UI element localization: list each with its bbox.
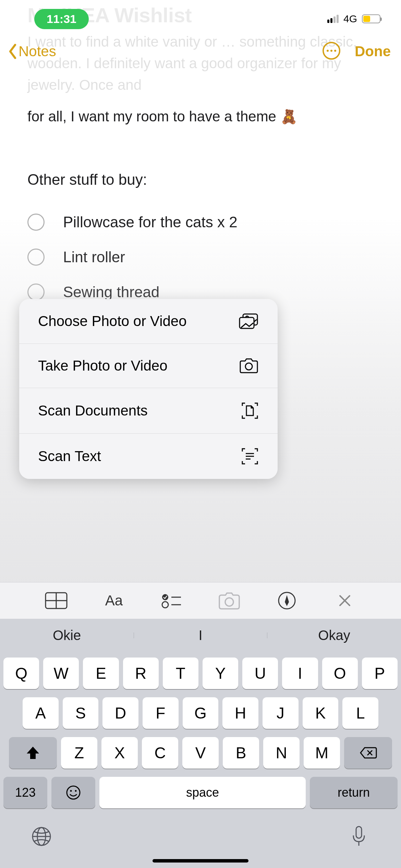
globe-icon [31,826,52,847]
key-backspace[interactable] [344,737,392,769]
network-label: 4G [343,13,357,25]
key-w[interactable]: W [43,658,79,689]
done-button[interactable]: Done [355,43,391,60]
chevron-left-icon [7,43,19,60]
checklist-button[interactable] [158,587,185,614]
format-toolbar: Aa [0,582,401,619]
shift-icon [25,745,40,760]
svg-point-3 [334,50,336,52]
key-j[interactable]: J [263,697,299,729]
key-a[interactable]: A [23,697,59,729]
svg-point-16 [162,602,168,608]
camera-action-sheet: Choose Photo or Video Take Photo or Vide… [19,299,278,479]
table-button[interactable] [42,587,70,614]
key-e[interactable]: E [83,658,119,689]
checkbox-icon[interactable] [27,249,45,266]
globe-button[interactable] [31,826,52,848]
svg-point-25 [70,790,72,792]
home-indicator[interactable] [153,859,248,863]
key-o[interactable]: O [322,658,358,689]
checklist-icon [161,592,182,609]
keyboard-row: Q W E R T Y U I O P [3,658,398,689]
key-l[interactable]: L [342,697,378,729]
ellipsis-circle-icon [322,41,341,60]
key-m[interactable]: M [304,737,340,769]
markup-button[interactable] [273,587,301,614]
checklist-label[interactable]: Pillowcase for the cats x 2 [63,211,238,233]
section-header[interactable]: Other stuff to buy: [27,168,374,191]
mic-icon [351,825,367,848]
status-time-pill[interactable]: 11:31 [34,9,89,29]
keyboard-area: Aa Okie I Okay [0,582,401,868]
key-u[interactable]: U [242,658,278,689]
key-s[interactable]: S [63,697,99,729]
key-h[interactable]: H [222,697,258,729]
key-y[interactable]: Y [203,658,238,689]
status-bar: 11:31 4G [0,0,401,38]
back-button[interactable]: Notes [7,43,56,60]
back-label: Notes [19,43,56,60]
pen-circle-icon [277,591,296,610]
close-toolbar-button[interactable] [331,587,359,614]
svg-point-7 [245,363,252,370]
suggestion-left[interactable]: Okie [0,628,134,643]
keyboard-row: A S D F G H J K L [3,697,398,729]
document-scan-icon [241,402,259,420]
camera-button[interactable] [216,587,243,614]
note-paragraph[interactable]: for all, I want my room to have a theme … [27,106,374,127]
note-body[interactable]: for all, I want my room to have a theme … [0,106,401,310]
key-t[interactable]: T [163,658,198,689]
key-g[interactable]: G [183,697,219,729]
text-format-button[interactable]: Aa [100,587,127,614]
checklist-item[interactable]: Pillowcase for the cats x 2 [27,205,374,240]
more-button[interactable] [322,41,341,62]
key-shift[interactable] [9,737,57,769]
key-emoji[interactable] [51,777,95,808]
choose-photo-label: Choose Photo or Video [38,313,187,329]
key-f[interactable]: F [143,697,179,729]
checkbox-icon[interactable] [27,284,45,301]
key-space[interactable]: space [99,777,306,808]
key-c[interactable]: C [142,737,178,769]
choose-photo-button[interactable]: Choose Photo or Video [19,299,278,343]
gallery-icon [238,313,259,330]
take-photo-label: Take Photo or Video [38,358,168,374]
key-k[interactable]: K [303,697,339,729]
svg-point-2 [330,50,332,52]
key-v[interactable]: V [182,737,219,769]
key-p[interactable]: P [362,658,398,689]
camera-icon [217,591,241,610]
take-photo-button[interactable]: Take Photo or Video [19,343,278,388]
teddy-emoji: 🧸 [280,109,297,124]
key-n[interactable]: N [263,737,300,769]
mic-button[interactable] [351,825,367,849]
backspace-icon [359,746,377,759]
checkbox-icon[interactable] [27,214,45,231]
checklist-label[interactable]: Lint roller [63,246,125,268]
key-numbers[interactable]: 123 [3,777,47,808]
suggestion-bar: Okie I Okay [0,619,401,651]
aa-icon: Aa [105,592,123,609]
svg-point-14 [162,594,168,600]
suggestion-mid[interactable]: I [134,628,267,643]
key-x[interactable]: X [101,737,138,769]
key-q[interactable]: Q [3,658,39,689]
checklist: Pillowcase for the cats x 2 Lint roller … [27,205,374,310]
keyboard-row: 123 space return [3,777,398,808]
checklist-item[interactable]: Lint roller [27,240,374,275]
scan-documents-button[interactable]: Scan Documents [19,388,278,433]
table-icon [44,591,68,610]
key-z[interactable]: Z [61,737,97,769]
key-b[interactable]: B [223,737,259,769]
svg-point-26 [75,790,77,792]
key-r[interactable]: R [123,658,159,689]
key-i[interactable]: I [282,658,318,689]
suggestion-right[interactable]: Okay [267,628,401,643]
svg-rect-30 [356,827,362,838]
key-return[interactable]: return [310,777,398,808]
key-d[interactable]: D [102,697,138,729]
camera-icon [239,358,259,374]
nav-bar: Notes Done [0,38,401,72]
scan-text-button[interactable]: Scan Text [19,433,278,479]
svg-point-1 [327,50,329,52]
